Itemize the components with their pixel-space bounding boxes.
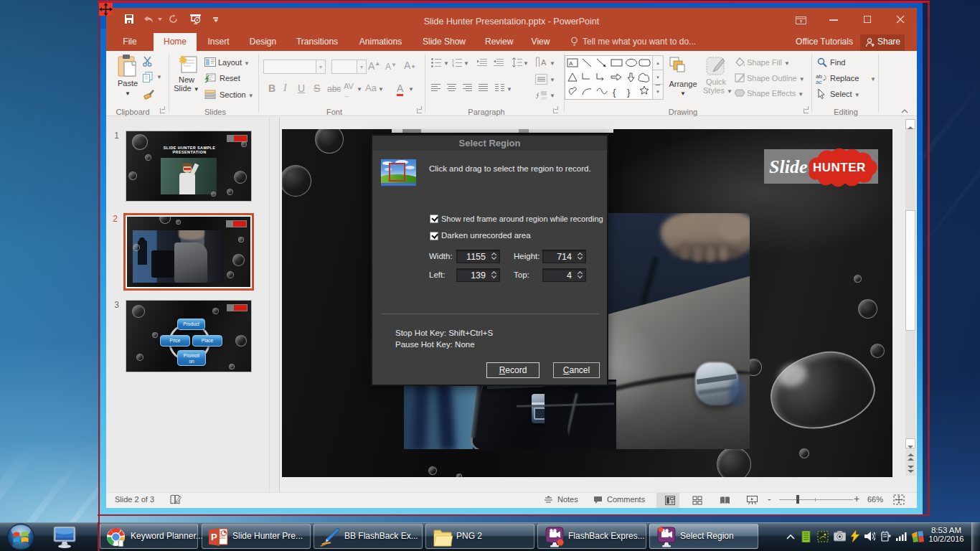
svg-text:ac: ac <box>816 79 821 84</box>
svg-text:{: { <box>613 87 616 98</box>
svg-text:A: A <box>541 58 547 67</box>
svg-text:P: P <box>211 532 217 542</box>
svg-text:A: A <box>569 60 573 67</box>
svg-text:3: 3 <box>452 65 454 68</box>
svg-text:}: } <box>627 87 631 98</box>
